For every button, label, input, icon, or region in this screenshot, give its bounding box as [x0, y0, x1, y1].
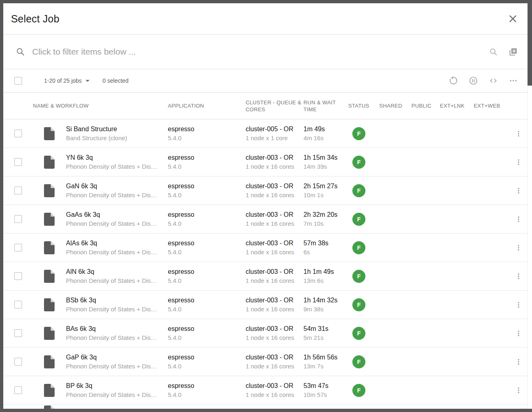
- selected-count-label: 0 selected: [103, 77, 129, 84]
- document-icon: [44, 355, 66, 368]
- table-row[interactable]: YN 6k 3q Phonon Density of States + Dis……: [3, 148, 528, 176]
- job-run-time: 1h 1m 49s: [303, 267, 344, 276]
- close-icon[interactable]: [508, 14, 518, 24]
- job-wait-time: 4m 16s: [303, 134, 344, 143]
- table-row[interactable]: BP 6k 3q Phonon Density of States + Dis……: [3, 376, 528, 405]
- document-icon: [44, 127, 66, 140]
- job-application: espresso: [168, 182, 242, 191]
- more-vertical-icon[interactable]: [515, 330, 522, 337]
- job-wait-time: 7m 10s: [303, 219, 344, 228]
- job-application-version: 5.4.0: [168, 362, 242, 371]
- more-vertical-icon[interactable]: [515, 358, 522, 366]
- refresh-icon[interactable]: [449, 76, 458, 85]
- table-row[interactable]: AlN 6k 3q Phonon Density of States + Dis…: [3, 262, 528, 291]
- job-cluster-queue: cluster-003 - OR: [246, 296, 299, 305]
- job-wait-time: 5m 21s: [303, 333, 344, 342]
- filter-bar: [3, 35, 528, 69]
- more-vertical-icon[interactable]: [515, 273, 522, 280]
- table-row[interactable]: AlAs 6k 3q Phonon Density of States + Di…: [3, 234, 528, 262]
- select-all-checkbox[interactable]: [14, 77, 22, 85]
- job-application-version: 5.4.0: [168, 390, 242, 399]
- job-cluster-queue: cluster-003 - OR: [246, 381, 299, 390]
- document-icon: [44, 270, 66, 283]
- job-run-time: 1h 56m 56s: [303, 353, 344, 362]
- job-wait-time: 14m 39s: [303, 162, 344, 171]
- job-application: espresso: [168, 239, 242, 248]
- job-application-version: 5.4.0: [168, 162, 242, 171]
- status-badge: F: [352, 355, 365, 368]
- document-icon: [44, 184, 66, 197]
- more-vertical-icon[interactable]: [515, 159, 522, 166]
- table-row[interactable]: Si Band Structure Band Structure (clone)…: [3, 119, 528, 148]
- column-header-ext-web: EXT+WEB: [474, 102, 510, 109]
- job-workflow: Band Structure (clone): [66, 134, 160, 143]
- row-checkbox[interactable]: [14, 272, 22, 280]
- document-icon: [44, 327, 66, 340]
- job-cores: 1 node x 16 cores: [246, 248, 299, 257]
- job-wait-time: 10m 1s: [303, 191, 344, 200]
- library-add-icon[interactable]: [508, 47, 518, 57]
- job-name: AlAs 6k 3q: [66, 239, 164, 248]
- document-icon: [44, 241, 66, 254]
- job-workflow: Phonon Density of States + Dis…: [66, 248, 160, 257]
- row-checkbox[interactable]: [14, 158, 22, 166]
- job-name: YN 6k 3q: [66, 153, 164, 162]
- job-cores: 1 node x 16 cores: [246, 305, 299, 314]
- job-application-version: 5.4.0: [168, 333, 242, 342]
- table-row[interactable]: BAs 6k 3q Phonon Density of States + Dis…: [3, 319, 528, 348]
- search-icon[interactable]: [489, 48, 498, 56]
- chevron-down-icon: [86, 80, 90, 82]
- more-horizontal-icon[interactable]: [509, 76, 518, 85]
- more-vertical-icon[interactable]: [515, 301, 522, 308]
- job-workflow: Phonon Density of States + Dis…: [66, 333, 160, 342]
- more-vertical-icon[interactable]: [515, 387, 522, 394]
- row-checkbox[interactable]: [14, 187, 22, 194]
- job-application-version: 5.4.0: [168, 305, 242, 314]
- row-checkbox[interactable]: [14, 130, 22, 137]
- row-checkbox[interactable]: [14, 215, 22, 223]
- job-workflow: Phonon Density of States + Dis…: [66, 219, 160, 228]
- job-workflow: Phonon Density of States + Dis…: [66, 362, 160, 371]
- table-scrollbar[interactable]: [528, 86, 532, 409]
- job-application-version: 5.4.0: [168, 134, 242, 143]
- job-name: AlN 6k 3q: [66, 267, 164, 276]
- job-application-version: 5.4.0: [168, 276, 242, 285]
- job-name: Si Band Structure: [66, 125, 164, 134]
- code-icon[interactable]: [489, 76, 498, 85]
- pause-circle-icon[interactable]: [469, 76, 478, 85]
- more-vertical-icon[interactable]: [515, 130, 522, 137]
- job-application: espresso: [168, 324, 242, 333]
- pagination-dropdown[interactable]: 1-20 of 25 jobs: [44, 77, 90, 84]
- table-row[interactable]: GaAs 6k 3q Phonon Density of States + Di…: [3, 205, 528, 234]
- more-vertical-icon[interactable]: [515, 216, 522, 223]
- job-wait-time: 9m 38s: [303, 305, 344, 314]
- job-cluster-queue: cluster-003 - OR: [246, 353, 299, 362]
- table-row[interactable]: BSb 6k 3q Phonon Density of States + Dis…: [3, 291, 528, 319]
- table-row[interactable]: GaN 6k 3q Phonon Density of States + Dis…: [3, 176, 528, 205]
- status-badge: F: [352, 384, 365, 397]
- job-run-time: 57m 38s: [303, 239, 344, 248]
- job-cluster-queue: cluster-005 - OR: [246, 125, 299, 134]
- table-row[interactable]: GaP 6k 3q Phonon Density of States + Dis…: [3, 348, 528, 376]
- status-badge: F: [352, 184, 365, 197]
- row-checkbox[interactable]: [14, 386, 22, 394]
- job-run-time: 1h 15m 34s: [303, 153, 344, 162]
- table-body: Si Band Structure Band Structure (clone)…: [3, 119, 528, 409]
- row-checkbox[interactable]: [14, 329, 22, 337]
- column-header-ext-lnk: EXT+LNK: [440, 102, 474, 109]
- filter-input[interactable]: [32, 47, 483, 57]
- job-application: espresso: [168, 210, 242, 219]
- job-run-time: 54m 31s: [303, 324, 344, 333]
- more-vertical-icon[interactable]: [515, 244, 522, 251]
- row-checkbox[interactable]: [14, 358, 22, 366]
- table-row-partial[interactable]: [3, 405, 528, 409]
- more-vertical-icon[interactable]: [515, 187, 522, 194]
- row-checkbox[interactable]: [14, 301, 22, 308]
- row-checkbox[interactable]: [14, 244, 22, 251]
- pagination-label: 1-20 of 25 jobs: [44, 77, 82, 84]
- column-header-public: PUBLIC: [411, 102, 440, 109]
- job-workflow: Phonon Density of States + Dis…: [66, 390, 160, 399]
- job-workflow: Phonon Density of States + Dis…: [66, 276, 160, 285]
- job-application: espresso: [168, 153, 242, 162]
- search-icon: [16, 47, 25, 56]
